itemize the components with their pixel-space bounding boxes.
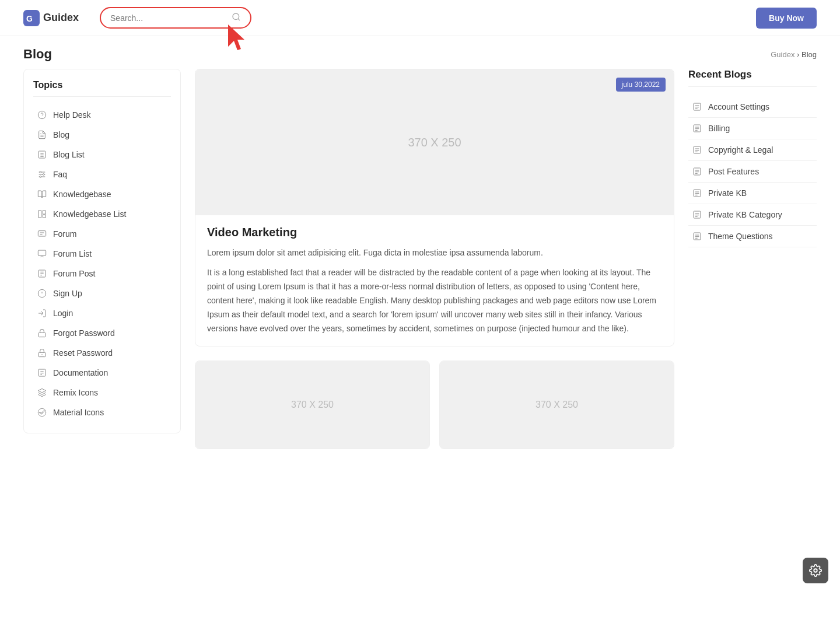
sidebar-item-label: Material Icons [53, 408, 104, 417]
sidebar-item-login[interactable]: Login [33, 303, 171, 323]
recent-item-theme-questions[interactable]: Theme Questions [688, 226, 817, 247]
sidebar-item-forum-list[interactable]: Forum List [33, 244, 171, 264]
breadcrumb-current: Blog [802, 50, 817, 59]
sign-up-icon [37, 288, 47, 299]
breadcrumb-home[interactable]: Guidex [771, 50, 794, 59]
thumb-card[interactable]: 370 X 250 [195, 360, 430, 449]
search-icon [232, 12, 241, 23]
thumb-placeholder: 370 X 250 [291, 400, 334, 410]
svg-point-17 [43, 174, 44, 176]
svg-rect-39 [694, 103, 701, 110]
sidebar-item-label: Reset Password [53, 348, 113, 358]
svg-rect-43 [694, 125, 701, 132]
sidebar-item-material-icons[interactable]: Material Icons [33, 402, 171, 422]
svg-rect-22 [38, 231, 46, 236]
main-layout: Topics Help Desk Blog Blog List [0, 69, 840, 473]
sidebar-item-label: Knowledgebase List [53, 209, 126, 219]
post-body: Video Marketing Lorem ipsum dolor sit am… [195, 215, 674, 346]
thumb-image: 370 X 250 [440, 361, 674, 449]
sidebar-item-label: Knowledgebase [53, 190, 111, 199]
book-icon [37, 189, 47, 200]
svg-rect-20 [43, 211, 46, 214]
recent-item-label: Theme Questions [708, 232, 773, 241]
recent-item-post-features[interactable]: Post Features [688, 161, 817, 183]
svg-rect-47 [694, 146, 701, 153]
sidebar-item-faq[interactable]: Faq [33, 164, 171, 184]
recent-item-label: Copyright & Legal [708, 145, 773, 155]
book-list-icon [37, 209, 47, 219]
search-input[interactable] [110, 13, 228, 23]
post-excerpt: Lorem ipsum dolor sit amet adipisicing e… [207, 246, 662, 259]
sidebar-item-knowledgebase-list[interactable]: Knowledgebase List [33, 204, 171, 224]
buy-now-button[interactable]: Buy Now [756, 8, 817, 29]
svg-rect-35 [38, 369, 46, 376]
forum-list-icon [37, 249, 47, 259]
doc-icon [37, 368, 47, 378]
content-area: 370 X 250 julu 30,2022 Video Marketing L… [195, 69, 674, 449]
svg-rect-19 [38, 211, 41, 218]
sidebar-item-documentation[interactable]: Documentation [33, 363, 171, 383]
list-icon [37, 149, 47, 160]
image-placeholder-text: 370 X 250 [408, 136, 461, 149]
sidebar-item-reset-password[interactable]: Reset Password [33, 343, 171, 363]
recent-item-private-kb-category[interactable]: Private KB Category [688, 204, 817, 226]
recent-item-label: Private KB Category [708, 210, 782, 219]
recent-item-label: Private KB [708, 188, 747, 198]
recent-item-account-settings[interactable]: Account Settings [688, 96, 817, 118]
svg-rect-21 [43, 215, 46, 218]
reset-lock-icon [37, 348, 47, 358]
svg-point-2 [233, 13, 239, 20]
sidebar-item-blog-list[interactable]: Blog List [33, 145, 171, 164]
recent-item-label: Account Settings [708, 102, 769, 111]
svg-line-3 [238, 19, 240, 20]
recent-item-copyright[interactable]: Copyright & Legal [688, 139, 817, 161]
sidebar-item-forgot-password[interactable]: Forgot Password [33, 323, 171, 343]
svg-point-5 [38, 111, 46, 118]
sidebar-item-blog[interactable]: Blog [33, 125, 171, 145]
logo-icon: G [23, 10, 40, 26]
svg-rect-51 [694, 168, 701, 175]
sidebar-item-remix-icons[interactable]: Remix Icons [33, 383, 171, 402]
search-box [100, 7, 251, 29]
file-text-icon [37, 130, 47, 140]
login-icon [37, 308, 47, 318]
svg-rect-32 [38, 332, 46, 337]
thumb-placeholder: 370 X 250 [536, 400, 578, 410]
svg-point-16 [40, 172, 41, 173]
logo-text: Guidex [43, 12, 79, 24]
remix-icon [37, 387, 47, 398]
thumb-card[interactable]: 370 X 250 [439, 360, 674, 449]
sliders-icon [37, 169, 47, 180]
sidebar-item-forum[interactable]: Forum [33, 224, 171, 244]
page-title-row: Blog Guidex › Blog [0, 36, 840, 69]
sidebar-item-label: Faq [53, 170, 67, 179]
material-icon [37, 407, 47, 418]
breadcrumb: Guidex › Blog [771, 50, 817, 59]
svg-rect-55 [694, 190, 701, 197]
post-full-text: It is a long established fact that a rea… [207, 266, 662, 335]
date-badge: julu 30,2022 [616, 78, 666, 92]
sidebar-item-help-desk[interactable]: Help Desk [33, 105, 171, 125]
sidebar-item-label: Help Desk [53, 110, 91, 120]
breadcrumb-separator: › [797, 50, 802, 59]
svg-rect-59 [694, 211, 701, 218]
svg-rect-25 [38, 250, 46, 256]
svg-text:G: G [26, 14, 33, 23]
logo[interactable]: G Guidex [23, 10, 79, 26]
sidebar-list: Help Desk Blog Blog List Faq [33, 105, 171, 422]
recent-item-icon [692, 123, 702, 134]
header: G Guidex Buy Now [0, 0, 840, 36]
page-title: Blog [23, 47, 52, 62]
sidebar-item-label: Forum [53, 229, 76, 239]
sidebar-item-forum-post[interactable]: Forum Post [33, 264, 171, 284]
recent-item-icon [692, 209, 702, 220]
recent-item-private-kb[interactable]: Private KB [688, 183, 817, 204]
recent-item-billing[interactable]: Billing [688, 118, 817, 139]
forum-post-icon [37, 268, 47, 279]
svg-rect-9 [38, 151, 46, 158]
sidebar-item-sign-up[interactable]: Sign Up [33, 284, 171, 303]
recent-blogs-list: Account Settings Billing Copyright & Leg… [688, 96, 817, 247]
svg-point-18 [40, 176, 41, 178]
sidebar-item-knowledgebase[interactable]: Knowledgebase [33, 184, 171, 204]
sidebar-item-label: Forum Post [53, 269, 95, 278]
